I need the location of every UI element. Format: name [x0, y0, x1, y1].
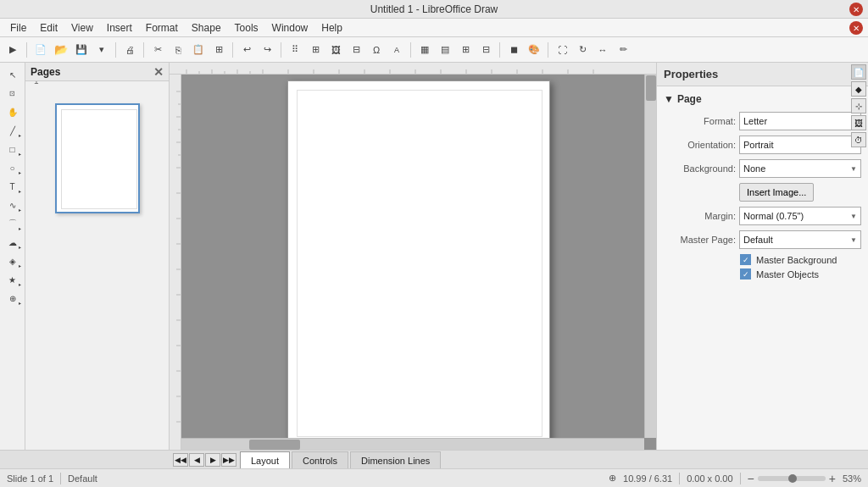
canvas-vscrollbar[interactable]	[644, 75, 656, 438]
document-close-button[interactable]: ✕	[849, 21, 863, 35]
toolbar-redo-btn[interactable]: ↪	[258, 41, 276, 59]
app-title: Untitled 1 - LibreOffice Draw	[370, 3, 498, 15]
prop-tab-shape[interactable]: ◆	[851, 81, 866, 97]
prop-background-select[interactable]: None ▼	[739, 159, 861, 178]
zoom-slider-thumb[interactable]	[788, 474, 797, 483]
left-tools-panel: ↖ ⊡ ✋ ╱ □ ○ T ∿ ⌒ ☁ ◈ ★ ⊕	[0, 63, 25, 450]
toolbar-chart-btn[interactable]: Ω	[367, 41, 386, 59]
tool-connector[interactable]: ⌒	[3, 215, 23, 232]
prop-tab-clock[interactable]: ⏱	[851, 132, 866, 147]
tool-special[interactable]: ⊕	[3, 290, 23, 307]
prop-master-page-arrow: ▼	[850, 236, 857, 244]
toolbar-arrow-btn[interactable]: ▶	[3, 41, 22, 59]
toolbar-grid-btn[interactable]: ⠿	[286, 41, 304, 59]
menu-format[interactable]: Format	[139, 20, 185, 36]
tool-pan[interactable]: ✋	[3, 103, 23, 120]
tool-star[interactable]: ★	[3, 271, 23, 288]
body-area: ↖ ⊡ ✋ ╱ □ ○ T ∿ ⌒ ☁ ◈ ★ ⊕ Pages ✕ 1	[0, 63, 868, 450]
prop-master-page-select[interactable]: Default ▼	[739, 230, 861, 249]
prop-orientation-select[interactable]: Portrait ▼	[739, 136, 861, 154]
toolbar-new-btn[interactable]: 📄	[31, 41, 50, 59]
window-close-button[interactable]: ✕	[849, 3, 863, 16]
pages-panel-close-button[interactable]: ✕	[153, 65, 164, 79]
canvas-hscroll-thumb[interactable]	[249, 440, 300, 450]
zoom-out-button[interactable]: −	[748, 472, 754, 485]
toolbar-snap-btn[interactable]: ⊞	[306, 41, 325, 59]
tool-text[interactable]: T	[3, 178, 23, 195]
tool-mode[interactable]: ⊡	[3, 85, 23, 102]
tool-3d[interactable]: ◈	[3, 252, 23, 269]
zoom-control: − + 53%	[748, 472, 861, 485]
toolbar-copy-btn[interactable]: ⎘	[169, 41, 187, 59]
prop-insert-image-button[interactable]: Insert Image...	[739, 183, 814, 202]
menu-edit[interactable]: Edit	[33, 20, 64, 36]
tool-select[interactable]: ↖	[3, 66, 23, 83]
zoom-level: 53%	[843, 473, 861, 484]
prop-format-select[interactable]: Letter ▼	[739, 112, 861, 130]
menu-insert[interactable]: Insert	[100, 20, 139, 36]
properties-panel-content: ▼ Page Format: Letter ▼ Orientation:	[657, 86, 868, 450]
toolbar-undo-btn[interactable]: ↩	[237, 41, 256, 59]
prop-margin-select[interactable]: Normal (0.75") ▼	[739, 207, 861, 225]
toolbar-distribute-btn[interactable]: ▤	[436, 41, 454, 59]
toolbar-color-btn[interactable]: 🎨	[525, 41, 543, 59]
toolbar-crop-btn[interactable]: ⛶	[553, 41, 571, 59]
prop-master-background-checkbox[interactable]: ✓	[740, 254, 751, 265]
prop-margin-control: Normal (0.75") ▼	[739, 207, 861, 225]
prop-section-page[interactable]: ▼ Page	[664, 93, 861, 105]
tool-line[interactable]: ╱	[3, 122, 23, 139]
nav-prev-button[interactable]: ◀	[189, 453, 204, 467]
drawing-page[interactable]	[287, 80, 550, 445]
tool-callout[interactable]: ☁	[3, 234, 23, 251]
toolbar-more-btn[interactable]: ▾	[92, 41, 111, 59]
tab-controls[interactable]: Controls	[292, 451, 348, 468]
canvas-area[interactable]	[181, 75, 656, 450]
toolbar-shadow-btn[interactable]: ◼	[504, 41, 523, 59]
toolbar-open-btn[interactable]: 📂	[52, 41, 70, 59]
nav-first-button[interactable]: ◀◀	[173, 453, 188, 467]
tool-curve[interactable]: ∿	[3, 196, 23, 213]
tab-dimension-lines[interactable]: Dimension Lines	[350, 451, 441, 468]
menu-view[interactable]: View	[64, 20, 100, 36]
toolbar-fontwork-btn[interactable]: A	[387, 41, 406, 59]
prop-tab-page[interactable]: 📄	[851, 64, 866, 80]
page-thumbnail[interactable]	[55, 103, 140, 213]
toolbar-align-btn[interactable]: ▦	[415, 41, 434, 59]
toolbar-insert-image-btn[interactable]: 🖼	[326, 41, 345, 59]
prop-master-objects-checkbox[interactable]: ✓	[740, 268, 751, 279]
prop-tab-position[interactable]: ⊹	[851, 98, 866, 113]
zoom-in-button[interactable]: +	[829, 472, 836, 485]
toolbar-rotate-btn[interactable]: ↻	[573, 41, 592, 59]
canvas-vscroll-thumb[interactable]	[646, 75, 656, 101]
menu-tools[interactable]: Tools	[228, 20, 265, 36]
toolbar-cut-btn[interactable]: ✂	[148, 41, 167, 59]
toolbar-flip-btn[interactable]: ↔	[593, 41, 612, 59]
properties-panel-title: Properties	[664, 68, 718, 80]
status-sep-3	[740, 473, 741, 484]
toolbar-clone-btn[interactable]: ⊞	[209, 41, 228, 59]
toolbar-table-btn[interactable]: ⊟	[347, 41, 365, 59]
pages-panel-header: Pages ✕	[25, 63, 169, 81]
canvas-hscrollbar[interactable]	[181, 438, 644, 450]
menu-file[interactable]: File	[3, 20, 33, 36]
prop-tab-image[interactable]: 🖼	[851, 115, 866, 130]
toolbar-group-btn[interactable]: ⊞	[456, 41, 475, 59]
prop-master-objects-row: ✓ Master Objects	[740, 268, 861, 279]
toolbar-paste-btn[interactable]: 📋	[189, 41, 208, 59]
toolbar-ungroup-btn[interactable]: ⊟	[476, 41, 495, 59]
properties-panel: Properties ✕ 📄 ◆ ⊹ 🖼 ⏱ ▼ Page	[656, 63, 868, 450]
pages-panel-content: 1	[25, 81, 169, 450]
toolbar-print-btn[interactable]: 🖨	[120, 41, 139, 59]
tool-ellipse[interactable]: ○	[3, 159, 23, 176]
toolbar-pencil-btn[interactable]: ✏	[614, 41, 632, 59]
menu-shape[interactable]: Shape	[185, 20, 228, 36]
menu-help[interactable]: Help	[314, 20, 349, 36]
toolbar-save-btn[interactable]: 💾	[72, 41, 91, 59]
ruler-vertical	[170, 75, 181, 450]
tab-layout[interactable]: Layout	[240, 451, 290, 468]
menu-window[interactable]: Window	[265, 20, 315, 36]
nav-next-button[interactable]: ▶	[205, 453, 220, 467]
nav-last-button[interactable]: ▶▶	[221, 453, 236, 467]
tool-rect[interactable]: □	[3, 141, 23, 158]
zoom-slider[interactable]	[758, 476, 826, 481]
